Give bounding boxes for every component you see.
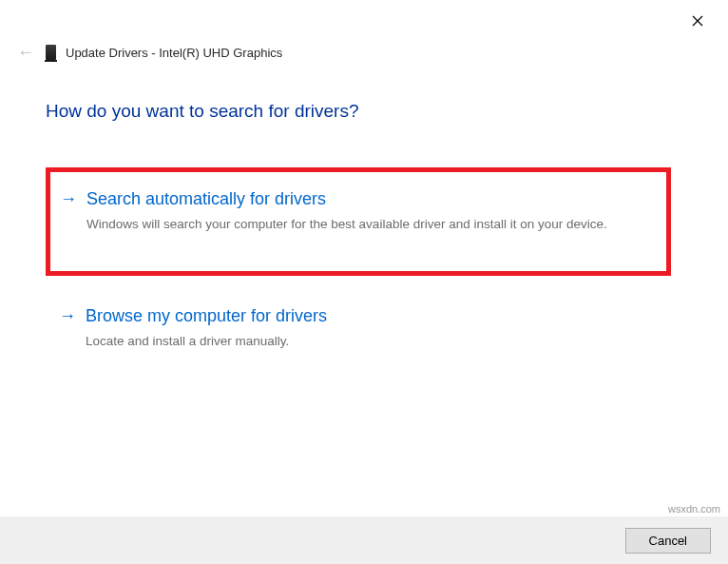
- option-description: Locate and install a driver manually.: [86, 333, 658, 350]
- device-icon: [46, 45, 56, 60]
- option-title: Search automatically for drivers: [86, 187, 653, 210]
- cancel-button[interactable]: Cancel: [625, 528, 711, 554]
- window-title: Update Drivers - Intel(R) UHD Graphics: [66, 46, 282, 60]
- close-button[interactable]: [686, 10, 709, 32]
- arrow-right-icon: →: [59, 304, 76, 327]
- window-header: ← Update Drivers - Intel(R) UHD Graphics: [17, 44, 282, 61]
- arrow-right-icon: →: [60, 187, 77, 210]
- option-title: Browse my computer for drivers: [86, 304, 658, 327]
- page-heading: How do you want to search for drivers?: [46, 101, 671, 122]
- back-arrow-icon: ←: [17, 44, 34, 61]
- watermark-text: wsxdn.com: [668, 503, 720, 515]
- option-text: Browse my computer for drivers Locate an…: [86, 304, 658, 350]
- option-text: Search automatically for drivers Windows…: [86, 187, 653, 233]
- main-content: How do you want to search for drivers? →…: [46, 101, 671, 382]
- option-browse-computer[interactable]: → Browse my computer for drivers Locate …: [46, 293, 671, 365]
- close-icon: [692, 15, 703, 27]
- footer-bar: Cancel: [0, 516, 728, 564]
- option-description: Windows will search your computer for th…: [86, 216, 653, 233]
- option-search-automatically[interactable]: → Search automatically for drivers Windo…: [46, 167, 671, 276]
